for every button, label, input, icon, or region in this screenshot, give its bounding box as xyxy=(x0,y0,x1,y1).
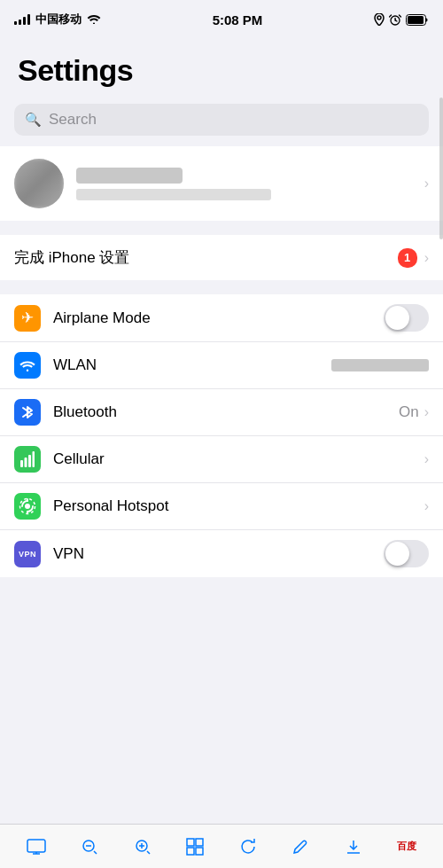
status-right xyxy=(374,13,429,26)
svg-point-9 xyxy=(25,504,30,509)
bluetooth-chevron-icon: › xyxy=(424,404,429,420)
setup-chevron-icon: › xyxy=(424,250,429,266)
airplane-icon: ✈ xyxy=(21,309,34,327)
grid-button[interactable] xyxy=(181,833,209,861)
wlan-row[interactable]: WLAN xyxy=(0,342,443,389)
airplane-mode-row[interactable]: ✈ Airplane Mode xyxy=(0,294,443,342)
personal-hotspot-label: Personal Hotspot xyxy=(53,497,412,515)
wifi-status-icon xyxy=(87,12,101,27)
profile-name-blurred xyxy=(76,168,183,184)
pencil-button[interactable] xyxy=(286,833,315,861)
svg-rect-11 xyxy=(27,840,45,852)
setup-label: 完成 iPhone 设置 xyxy=(14,247,129,268)
monitor-button[interactable] xyxy=(21,833,51,860)
wlan-right xyxy=(331,359,429,371)
personal-hotspot-row[interactable]: Personal Hotspot › xyxy=(0,483,443,530)
page-title-section: Settings xyxy=(0,39,443,97)
download-button[interactable] xyxy=(339,833,368,861)
gap1 xyxy=(0,228,443,235)
wlan-icon xyxy=(19,359,35,371)
hotspot-icon xyxy=(19,497,36,515)
wlan-icon-bg xyxy=(14,352,41,379)
svg-rect-16 xyxy=(187,848,194,855)
avatar-image xyxy=(14,159,64,208)
setup-right: 1 › xyxy=(398,248,429,268)
search-placeholder: Search xyxy=(49,111,97,129)
setup-section: 完成 iPhone 设置 1 › xyxy=(0,235,443,280)
scroll-indicator[interactable] xyxy=(439,98,443,239)
vpn-label: VPN xyxy=(53,545,371,563)
setup-row[interactable]: 完成 iPhone 设置 1 › xyxy=(0,235,443,280)
profile-chevron-icon: › xyxy=(424,176,429,192)
profile-info xyxy=(76,168,412,200)
svg-rect-15 xyxy=(196,839,203,846)
wlan-label: WLAN xyxy=(53,356,319,374)
bluetooth-value: On xyxy=(399,403,419,421)
svg-rect-14 xyxy=(187,839,194,846)
vpn-row[interactable]: VPN VPN xyxy=(0,530,443,577)
zoom-out-icon xyxy=(81,838,98,856)
grid-icon xyxy=(186,838,204,856)
pencil-icon xyxy=(291,838,309,856)
airplane-mode-toggle[interactable] xyxy=(384,304,429,332)
page-title: Settings xyxy=(18,53,425,88)
svg-rect-17 xyxy=(196,848,203,855)
vpn-icon: VPN xyxy=(19,550,36,559)
zoom-in-button[interactable] xyxy=(128,833,157,861)
vpn-toggle[interactable] xyxy=(384,540,429,567)
settings-section: ✈ Airplane Mode WLAN xyxy=(0,294,443,577)
baidu-button[interactable]: 百度 xyxy=(392,834,422,858)
main-content: Settings 🔍 Search › 完成 iPhone 设置 1 › xyxy=(0,39,443,577)
vpn-icon-bg: VPN xyxy=(14,541,41,567)
airplane-toggle-area xyxy=(384,304,429,332)
status-bar: 中国移动 5:08 PM xyxy=(0,0,443,39)
svg-rect-5 xyxy=(20,460,23,467)
bluetooth-row[interactable]: Bluetooth On › xyxy=(0,389,443,436)
vpn-toggle-thumb xyxy=(385,542,409,566)
refresh-icon xyxy=(239,838,257,856)
hotspot-right: › xyxy=(424,498,429,514)
hotspot-chevron-icon: › xyxy=(424,498,429,514)
status-left: 中国移动 xyxy=(14,12,101,27)
bluetooth-icon-bg xyxy=(14,399,41,426)
cellular-icon-bg xyxy=(14,446,41,473)
airplane-mode-label: Airplane Mode xyxy=(53,309,371,327)
airplane-icon-bg: ✈ xyxy=(14,305,41,332)
carrier-label: 中国移动 xyxy=(35,12,82,27)
battery-icon xyxy=(406,14,429,26)
baidu-label: 百度 xyxy=(397,840,416,853)
cellular-label: Cellular xyxy=(53,450,412,468)
monitor-icon xyxy=(27,839,46,855)
svg-point-0 xyxy=(377,16,381,20)
alarm-icon xyxy=(389,13,401,26)
avatar xyxy=(14,159,64,208)
svg-rect-8 xyxy=(33,451,35,467)
refresh-button[interactable] xyxy=(234,833,262,861)
gap2 xyxy=(0,287,443,294)
profile-row[interactable]: › xyxy=(0,146,443,221)
hotspot-icon-bg xyxy=(14,493,41,520)
zoom-out-button[interactable] xyxy=(75,833,104,861)
svg-rect-3 xyxy=(408,16,424,24)
wlan-network-blurred xyxy=(331,359,429,371)
location-icon xyxy=(374,13,385,26)
signal-icon xyxy=(14,14,30,25)
bottom-toolbar: 百度 xyxy=(0,824,443,868)
bluetooth-icon xyxy=(21,403,34,421)
search-icon: 🔍 xyxy=(25,112,42,128)
cellular-right: › xyxy=(424,451,429,467)
svg-rect-6 xyxy=(25,457,27,467)
profile-section: › xyxy=(0,146,443,221)
cellular-icon xyxy=(20,451,35,467)
setup-badge: 1 xyxy=(398,248,417,268)
cellular-chevron-icon: › xyxy=(424,451,429,467)
download-icon xyxy=(345,838,362,856)
search-bar[interactable]: 🔍 Search xyxy=(14,104,429,136)
cellular-row[interactable]: Cellular › xyxy=(0,436,443,483)
profile-sub-blurred xyxy=(76,189,271,200)
svg-rect-7 xyxy=(28,455,31,467)
zoom-in-icon xyxy=(134,838,152,856)
toggle-thumb xyxy=(385,306,409,330)
vpn-right xyxy=(384,540,429,567)
bluetooth-right: On › xyxy=(399,403,429,421)
